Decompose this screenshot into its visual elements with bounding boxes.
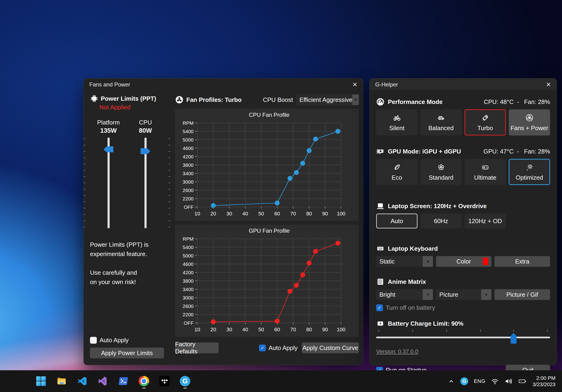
factory-defaults-button[interactable]: Factory Defaults [175,342,219,353]
gpu-icon [376,147,385,156]
cpu-boost-dropdown[interactable]: Efficient Aggressive ▾ [296,94,359,105]
taskbar-vscode-icon[interactable] [77,373,88,389]
clock[interactable]: 2:00 PM 3/23/2023 [533,375,555,388]
fans-and-power-window: Fans and Power ✕ Power Limits (PPT) Not … [84,78,363,365]
close-icon[interactable]: ✕ [352,81,357,88]
cpu-label: CPU [127,119,164,126]
tray-ghelper-icon[interactable]: G [460,377,468,385]
ghelper-window-title: G-Helper [375,81,398,88]
svg-text:OFF: OFF [184,204,194,210]
battery-slider-thumb[interactable] [511,333,517,344]
taskbar-ghelper-icon[interactable]: G [179,373,190,389]
battery-tick [378,330,379,332]
cpu-slider-thumb[interactable] [140,148,150,154]
fan-icon [526,113,533,122]
apply-custom-curve-button[interactable]: Apply Custom Curve [302,342,359,353]
battery-tick [547,330,548,332]
battery-slider-track[interactable] [376,337,550,338]
rocket-icon [481,113,489,122]
tile-eco[interactable]: Eco [376,159,418,185]
optimized-icon [526,163,533,172]
running-indicator [142,388,146,389]
running-indicator [183,388,187,389]
dropdown-arrow-button[interactable]: ▾ [423,256,433,267]
tile-label: Eco [392,174,402,181]
dropdown-arrow-button[interactable]: ▾ [352,94,359,105]
tile-silent[interactable]: Silent [376,109,418,135]
gpu-mode-title: GPU Mode: iGPU + dGPU [388,148,461,155]
tile-label: Standard [429,174,454,181]
dropdown-arrow-button[interactable]: ▾ [481,289,492,300]
tile-balanced[interactable]: Balanced [420,109,462,135]
taskbar: G G ENG 2:00 PM 3/23/2023 [0,370,562,392]
fans-titlebar[interactable]: Fans and Power ✕ [84,78,363,91]
taskbar-tidal-icon[interactable] [159,373,170,389]
close-icon[interactable]: ✕ [546,81,551,88]
matrix-brightness-value: Bright [376,289,423,300]
matrix-battery-checkbox[interactable]: ✓ [376,304,383,311]
keyboard-icon [376,244,385,253]
svg-text:70: 70 [290,327,296,332]
svg-text:80: 80 [306,327,312,332]
dropdown-arrow-button[interactable]: ▾ [423,289,433,300]
picture-gif-button[interactable]: Picture / Gif [494,289,550,300]
wifi-icon[interactable] [491,378,499,385]
laptop-keyboard-title: Laptop Keyboard [388,245,438,252]
battery-charging-icon[interactable] [518,378,527,385]
curve-auto-apply-label: Auto Apply [269,344,298,352]
gpu-fan-chart[interactable]: GPU Fan ProfileOFF2200260030003400380042… [175,225,359,336]
battery-tick [513,330,514,332]
matrix-battery-label: Turn off on battery [386,304,435,311]
platform-power-slider[interactable] [90,138,127,228]
version-link[interactable]: Version: 0.37.0.0 [376,348,418,355]
tile-60hz[interactable]: 60Hz [420,213,462,228]
svg-text:70: 70 [290,211,296,217]
apply-power-limits-button[interactable]: Apply Power Limits [90,347,164,358]
taskbar-chrome-icon[interactable] [138,373,149,389]
curve-auto-apply-checkbox[interactable]: ✓ [259,345,266,351]
gpu-mode-options: EcoStandardUltimateOptimized [376,159,550,185]
flower-icon [437,163,445,172]
fan-profiles-title: Fan Profiles: Turbo [186,96,242,103]
power-limits-status: Not Applied [99,104,164,111]
power-limits-note: Power Limits (PPT) is experimental featu… [90,240,164,287]
tile-optimized[interactable]: Optimized [509,159,550,185]
platform-slider-thumb[interactable] [104,146,113,152]
battery-limit-slider[interactable] [376,330,550,343]
taskbar-terminal-icon[interactable] [118,373,129,389]
taskbar-start-icon[interactable] [35,373,47,389]
svg-text:100: 100 [337,211,346,217]
tile-standard[interactable]: Standard [420,159,462,185]
tray-chevron-up-icon[interactable] [448,378,455,385]
cpu-boost-label: CPU Boost [263,96,293,103]
svg-text:30: 30 [226,327,232,332]
tile-120hz-od[interactable]: 120Hz + OD [465,213,506,228]
tile-ultimate[interactable]: Ultimate [465,159,506,185]
keyboard-mode-dropdown[interactable]: Static ▾ [376,256,433,267]
ghelper-titlebar[interactable]: G-Helper ✕ [370,78,557,91]
taskbar-visual-studio-icon[interactable] [97,373,108,389]
language-indicator[interactable]: ENG [474,378,485,384]
svg-text:10: 10 [195,327,200,332]
tile-auto[interactable]: Auto [376,213,418,228]
svg-text:2600: 2600 [183,303,194,309]
keyboard-color-button[interactable]: Color [436,256,491,267]
matrix-brightness-dropdown[interactable]: Bright ▾ [376,289,433,300]
matrix-mode-dropdown[interactable]: Picture ▾ [436,289,491,300]
performance-mode-title: Performance Mode [388,98,443,106]
taskbar-explorer-icon[interactable] [56,373,67,389]
tile-label: Turbo [477,124,493,132]
svg-text:90: 90 [322,211,328,217]
svg-text:4200: 4200 [183,270,194,275]
tile-fans-power[interactable]: Fans + Power [509,109,550,135]
svg-text:80: 80 [306,211,312,217]
tile-turbo[interactable]: Turbo [465,109,506,135]
cpu-fan-chart[interactable]: CPU Fan ProfileOFF2200260030003400380042… [175,109,359,220]
cpu-power-slider[interactable] [127,138,164,228]
power-auto-apply-checkbox[interactable] [90,337,97,344]
chevron-down-icon: ▾ [355,97,357,102]
keyboard-extra-button[interactable]: Extra [494,256,550,267]
svg-text:100: 100 [337,327,346,332]
svg-text:90: 90 [322,327,328,332]
volume-icon[interactable] [504,378,513,385]
